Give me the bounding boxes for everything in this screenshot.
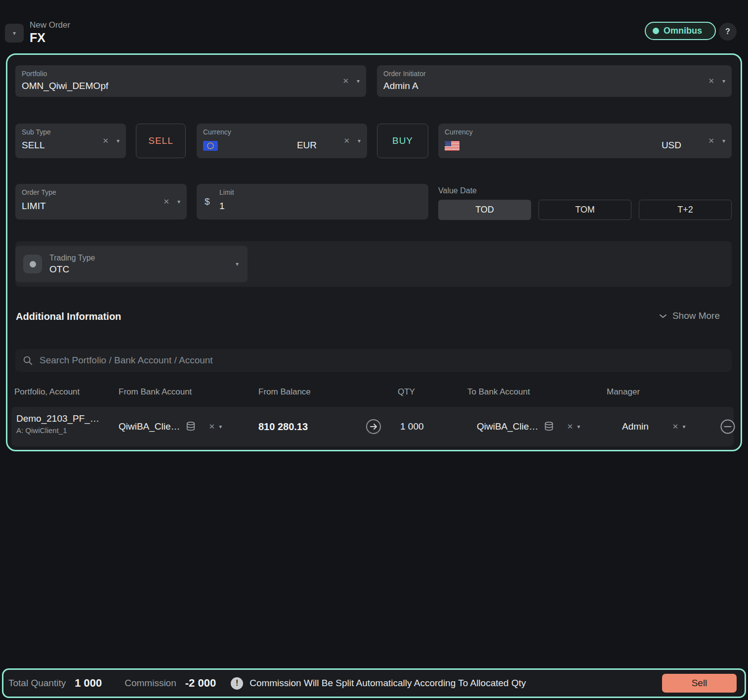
remove-row-button[interactable]	[720, 419, 736, 435]
order-summary-bar: Total Quantity 1 000 Commission -2 000 !…	[2, 668, 746, 698]
buy-side-button[interactable]: BUY	[377, 124, 428, 158]
clear-icon[interactable]: ✕	[102, 136, 109, 145]
clear-icon[interactable]: ✕	[343, 136, 350, 145]
additional-information-title: Additional Information	[16, 311, 121, 322]
order-pretitle: New Order	[30, 20, 70, 30]
omnibus-label: Omnibus	[664, 26, 702, 36]
from-balance-cell: 810 280.13	[258, 407, 308, 446]
clear-icon[interactable]: ✕	[708, 77, 714, 86]
from-balance-value: 810 280.13	[258, 421, 308, 433]
from-bank-account-value: QiwiBA_Clie…	[119, 421, 180, 432]
sub-type-select[interactable]: Sub Type SELL ✕ ▾	[15, 124, 126, 158]
value-date-t2-button[interactable]: T+2	[639, 200, 732, 220]
chevron-down-icon[interactable]: ▾	[577, 423, 580, 430]
clear-icon[interactable]: ✕	[567, 422, 574, 431]
sub-type-value: SELL	[22, 140, 44, 151]
from-bank-account-cell[interactable]: QiwiBA_Clie… ✕ ▾	[119, 407, 222, 446]
portfolio-name: Demo_2103_PF_…	[16, 413, 99, 424]
search-input[interactable]	[40, 355, 725, 366]
buy-currency-label: Currency	[445, 128, 473, 136]
value-date-label: Value Date	[438, 186, 477, 195]
radio-icon	[23, 255, 42, 273]
chevron-down-icon[interactable]: ▾	[722, 78, 725, 85]
column-header-to-bank-account: To Bank Account	[467, 387, 530, 397]
column-header-qty: QTY	[398, 387, 415, 397]
bank-account-icon[interactable]	[185, 421, 196, 432]
sub-type-label: Sub Type	[22, 128, 51, 136]
to-bank-account-cell[interactable]: QiwiBA_Clie… ✕ ▾	[477, 407, 580, 446]
chevron-down-icon: ▾	[13, 30, 16, 37]
clear-icon[interactable]: ✕	[672, 422, 679, 431]
page-title: FX	[30, 31, 45, 45]
collapse-button[interactable]: ▾	[5, 24, 24, 43]
commission-value: -2 000	[185, 677, 216, 690]
order-form-panel: Portfolio OMN_Qiwi_DEMOpf ✕ ▾ Order Init…	[6, 53, 742, 451]
clear-icon[interactable]: ✕	[708, 136, 714, 145]
buy-currency-select[interactable]: Currency USD ✕	[438, 124, 732, 158]
account-name: A: QiwiClient_1	[16, 426, 99, 435]
chevron-down-icon[interactable]: ▾	[177, 198, 180, 205]
sell-side-button[interactable]: SELL	[136, 124, 186, 158]
apply-balance-button[interactable]	[366, 419, 381, 435]
total-quantity-label: Total Quantity	[8, 678, 66, 689]
value-date-tom-button[interactable]: TOM	[539, 200, 631, 220]
bank-account-icon[interactable]	[543, 421, 554, 432]
eu-flag-icon	[203, 141, 218, 151]
order-initiator-value: Admin A	[383, 81, 418, 91]
chevron-down-icon[interactable]: ▾	[236, 261, 239, 267]
trading-type-select[interactable]: Trading Type OTC ▾	[15, 246, 248, 282]
dollar-icon: $	[205, 196, 210, 207]
order-type-value: LIMIT	[22, 201, 46, 212]
arrow-right-circle-icon	[366, 419, 381, 435]
chevron-down-icon[interactable]: ▾	[219, 423, 222, 430]
qty-value: 1 000	[400, 421, 424, 432]
value-date-tod-button[interactable]: TOD	[438, 200, 531, 220]
portfolio-select[interactable]: Portfolio OMN_Qiwi_DEMOpf ✕ ▾	[15, 65, 366, 97]
sell-submit-button[interactable]: Sell	[662, 674, 737, 693]
toggle-dot-icon	[653, 28, 659, 34]
order-initiator-label: Order Initiator	[383, 70, 426, 78]
show-more-button[interactable]: Show More	[659, 310, 720, 321]
trading-type-row: Trading Type OTC ▾	[15, 241, 732, 287]
allocation-table-row: Demo_2103_PF_… A: QiwiClient_1 QiwiBA_Cl…	[11, 407, 734, 446]
sell-currency-value: EUR	[297, 140, 317, 151]
column-header-from-bank-account: From Bank Account	[119, 387, 192, 397]
help-button[interactable]: ?	[719, 23, 737, 41]
search-bar	[15, 349, 732, 372]
column-header-from-balance: From Balance	[258, 387, 311, 397]
chevron-down-icon	[659, 314, 667, 318]
portfolio-account-cell: Demo_2103_PF_… A: QiwiClient_1	[16, 413, 99, 435]
commission-label: Commission	[125, 678, 176, 689]
manager-value: Admin	[622, 421, 649, 432]
show-more-label: Show More	[672, 310, 720, 321]
total-quantity-value: 1 000	[75, 677, 102, 690]
trading-type-value: OTC	[49, 264, 228, 275]
limit-field[interactable]: $ Limit 1	[197, 184, 428, 219]
portfolio-label: Portfolio	[22, 70, 47, 78]
exclamation-icon: !	[231, 677, 243, 690]
column-header-manager: Manager	[607, 387, 640, 397]
chevron-down-icon[interactable]: ▾	[722, 137, 725, 144]
limit-label: Limit	[219, 188, 234, 196]
order-type-select[interactable]: Order Type LIMIT ✕ ▾	[15, 184, 187, 219]
omnibus-toggle[interactable]: Omnibus	[645, 22, 716, 40]
qty-cell[interactable]: 1 000	[400, 407, 424, 446]
order-initiator-select[interactable]: Order Initiator Admin A ✕ ▾	[377, 65, 732, 97]
minus-circle-icon	[720, 419, 736, 435]
clear-icon[interactable]: ✕	[342, 77, 349, 86]
clear-icon[interactable]: ✕	[163, 197, 169, 206]
chevron-down-icon[interactable]: ▾	[357, 78, 360, 85]
manager-cell[interactable]: Admin ✕ ▾	[622, 407, 685, 446]
commission-notice: Commission Will Be Split Automatically A…	[249, 678, 526, 689]
buy-currency-value: USD	[662, 140, 681, 151]
us-flag-icon	[445, 141, 459, 151]
chevron-down-icon[interactable]: ▾	[117, 137, 120, 144]
portfolio-value: OMN_Qiwi_DEMOpf	[22, 81, 108, 91]
trading-type-label: Trading Type	[49, 254, 228, 262]
chevron-down-icon[interactable]: ▾	[358, 137, 361, 144]
sell-currency-select[interactable]: Currency EUR ✕ ▾	[197, 124, 367, 158]
column-header-portfolio-account: Portfolio, Account	[14, 387, 80, 397]
clear-icon[interactable]: ✕	[209, 422, 215, 431]
chevron-down-icon[interactable]: ▾	[682, 423, 685, 430]
limit-value[interactable]: 1	[219, 201, 225, 212]
